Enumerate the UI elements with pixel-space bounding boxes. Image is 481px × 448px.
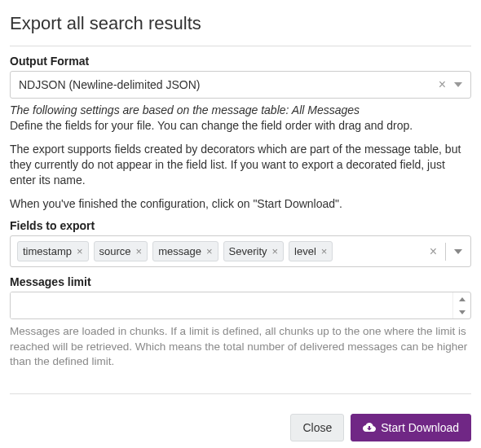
- chevron-down-icon[interactable]: [454, 82, 462, 87]
- messages-limit-label: Messages limit: [10, 275, 471, 288]
- output-format-value: NDJSON (Newline-delimited JSON): [19, 78, 201, 91]
- chevron-down-icon[interactable]: [454, 249, 462, 254]
- field-tag[interactable]: source×: [94, 241, 148, 261]
- field-tag-label: level: [294, 245, 316, 257]
- field-tag-label: timestamp: [23, 245, 72, 257]
- field-tag[interactable]: message×: [152, 241, 218, 261]
- messages-limit-field[interactable]: [10, 292, 471, 319]
- fields-to-export-input[interactable]: timestamp×source×message×Severity×level×…: [10, 235, 471, 267]
- remove-tag-icon[interactable]: ×: [321, 246, 328, 257]
- field-tag-label: source: [99, 245, 131, 257]
- start-download-button[interactable]: Start Download: [351, 414, 471, 441]
- cloud-download-icon: [363, 423, 376, 433]
- start-download-label: Start Download: [381, 421, 459, 434]
- info-define-fields: Define the fields for your file. You can…: [10, 118, 471, 134]
- field-tag[interactable]: timestamp×: [17, 241, 89, 261]
- fields-to-export-label: Fields to export: [10, 219, 471, 232]
- field-tag[interactable]: level×: [289, 241, 333, 261]
- info-based-on: The following settings are based on the …: [10, 103, 471, 116]
- dialog-title: Export all search results: [10, 13, 471, 34]
- field-tag-label: Severity: [229, 245, 267, 257]
- remove-tag-icon[interactable]: ×: [272, 246, 279, 257]
- field-tag-label: message: [158, 245, 201, 257]
- output-format-label: Output Format: [10, 55, 471, 68]
- info-decorator-note: The export supports fields created by de…: [10, 142, 471, 188]
- chevron-up-icon: [459, 297, 466, 301]
- remove-tag-icon[interactable]: ×: [77, 246, 83, 257]
- divider: [445, 243, 446, 261]
- close-button[interactable]: Close: [290, 414, 344, 441]
- step-up-button[interactable]: [453, 292, 470, 305]
- messages-limit-help: Messages are loaded in chunks. If a limi…: [10, 324, 471, 369]
- info-finish-note: When you've finished the configuration, …: [10, 196, 471, 212]
- quantity-stepper[interactable]: [452, 292, 470, 318]
- dialog-footer: Close Start Download: [10, 402, 471, 445]
- divider: [10, 393, 471, 394]
- divider: [10, 46, 471, 46]
- field-tag[interactable]: Severity×: [223, 241, 285, 261]
- output-format-select[interactable]: NDJSON (Newline-delimited JSON) ×: [10, 71, 471, 99]
- remove-tag-icon[interactable]: ×: [136, 246, 143, 257]
- clear-icon[interactable]: ×: [430, 245, 437, 258]
- chevron-down-icon: [459, 310, 466, 314]
- remove-tag-icon[interactable]: ×: [206, 246, 213, 257]
- step-down-button[interactable]: [453, 305, 470, 318]
- messages-limit-input[interactable]: [11, 292, 452, 318]
- clear-icon[interactable]: ×: [439, 78, 446, 91]
